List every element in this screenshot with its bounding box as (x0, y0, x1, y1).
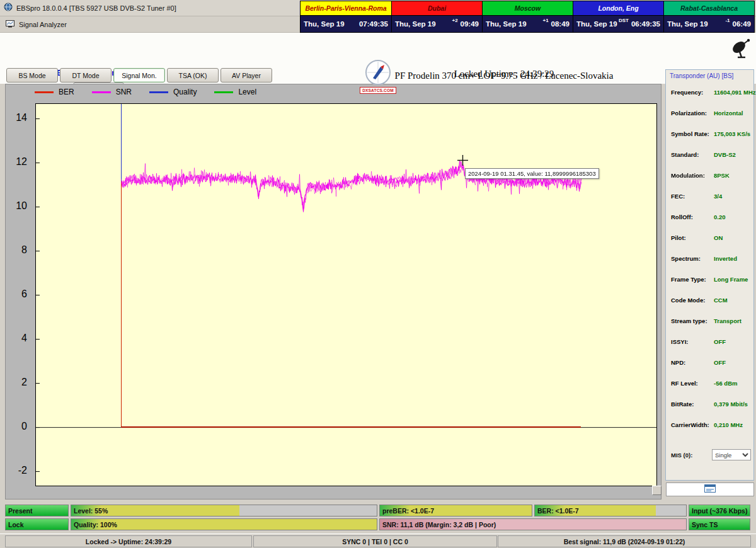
transponder-row-label: Frame Type: (671, 276, 706, 283)
dxsatcs-logo: DXSATCS.COM (359, 59, 397, 94)
tab-tsa-ok-[interactable]: TSA (OK) (167, 68, 219, 83)
clock-utc-offset: +1 (542, 18, 548, 23)
y-axis-label: 6 (7, 288, 27, 300)
clock-city-label: Moscow (483, 1, 573, 16)
statusbar: Locked -> Uptime: 24:39:29 SYNC 0 | TEI … (0, 534, 756, 548)
clock-column: Rabat-CasablancaThu, Sep 19-106:49 (663, 1, 754, 32)
transponder-row-value: Long Frame (714, 276, 748, 283)
transponder-row-value: 8PSK (714, 172, 730, 179)
transponder-row: Standard:DVB-S2 (671, 151, 751, 160)
transponder-row-label: Code Mode: (671, 297, 705, 304)
transponder-row: Modulation:8PSK (671, 172, 751, 181)
transponder-row-label: RollOff: (671, 214, 693, 220)
status-cell-input: Input (~376 Kbps) (689, 505, 750, 517)
transponder-row: RollOff:0.20 (671, 214, 751, 222)
transponder-row-value: CCM (714, 297, 728, 304)
transponder-row-value: Horizontal (714, 110, 743, 117)
transponder-row-label: Spectrum: (671, 255, 701, 262)
y-axis-label: 10 (7, 200, 27, 212)
transponder-row-value: Inverted (714, 255, 737, 262)
transponder-row: Polarization:Horizontal (671, 110, 751, 118)
transponder-row: BitRate:0,379 Mbit/s (671, 401, 751, 409)
transponder-row-label: BitRate: (671, 401, 694, 408)
tab-av-player[interactable]: AV Player (220, 68, 272, 83)
tab-bs-mode[interactable]: BS Mode (6, 68, 58, 83)
status-cell-sync: Sync TS (689, 518, 750, 530)
clock-time-value: 06:49:35 (631, 20, 660, 28)
status-cell-label: BER: <1.0E-7 (535, 507, 579, 515)
status-row-2: LockQuality: 100%SNR: 11,1 dB (Margin: 3… (5, 518, 751, 530)
legend-label: Level (238, 88, 256, 96)
transponder-row: NPD:OFF (671, 359, 751, 368)
legend-swatch-icon (214, 91, 233, 93)
menu-item-signal-analyzer[interactable]: Signal Analyzer (19, 21, 67, 28)
clock-utc-offset: +2 (452, 18, 457, 23)
legend-item-snr: SNR (92, 88, 132, 96)
statusbar-sync: SYNC 0 | TEI 0 | CC 0 (253, 535, 497, 547)
y-axis-label: 14 (7, 112, 27, 123)
clock-time-display: Thu, Sep 1907:49:35 (301, 16, 391, 32)
clock-utc-offset: -1 (725, 18, 730, 23)
statusbar-uptime: Locked -> Uptime: 24:39:29 (5, 535, 252, 547)
satellite-dish-icon (731, 38, 752, 61)
clock-time-display: Thu, Sep 19DST06:49:35 (573, 16, 663, 32)
transponder-row-label: Frequency: (671, 89, 703, 96)
transponder-row-label: Polarization: (671, 110, 707, 117)
mis-row: MIS (0): Single (671, 449, 751, 460)
signal-analyzer-icon (6, 20, 14, 29)
legend-swatch-icon (35, 91, 54, 93)
transponder-row: Frequency:11604,091 MHz (671, 89, 751, 98)
transponder-row-label: RF Level: (671, 380, 698, 387)
signal-plot-canvas[interactable] (36, 104, 656, 486)
mis-label: MIS (0): (671, 452, 692, 459)
clock-city-label: Berlin-Paris-Vienna-Roma (301, 1, 391, 16)
transponder-row: Frame Type:Long Frame (671, 276, 751, 285)
transponder-row-value: 0,379 Mbit/s (714, 401, 748, 408)
legend-item-level: Level (214, 88, 256, 96)
world-clocks: Berlin-Paris-Vienna-RomaThu, Sep 1907:49… (300, 1, 755, 33)
transponder-row: Spectrum:Inverted (671, 255, 751, 264)
transponder-row-value: OFF (714, 338, 726, 345)
transponder-row: FEC:3/4 (671, 193, 751, 202)
clock-time-value: 08:49 (551, 20, 570, 28)
clock-time-display: Thu, Sep 19-106:49 (664, 16, 754, 32)
window-title: EBSpro 18.0.0.4 [TBS 5927 USB DVB-S2 Tun… (16, 4, 176, 12)
transponder-row-value: -56 dBm (714, 380, 737, 387)
transponder-row-value: 3/4 (714, 193, 722, 200)
clock-column: Berlin-Paris-Vienna-RomaThu, Sep 1907:49… (301, 1, 391, 32)
transponder-panel-title: Transponder (AU) [BS] (670, 72, 733, 79)
legend-label: Quality (173, 88, 197, 96)
transponder-row-label: NPD: (671, 359, 685, 366)
app-globe-icon (4, 3, 13, 14)
status-cell-label: Sync TS (689, 521, 718, 528)
clock-date: Thu, Sep 19 (304, 20, 345, 28)
clock-date: Thu, Sep 19 (576, 20, 617, 28)
legend-swatch-icon (92, 91, 111, 93)
clock-time-display: Thu, Sep 19+209:49 (392, 16, 482, 32)
status-row-1: PresentLevel: 55%preBER: <1.0E-7BER: <1.… (5, 505, 751, 517)
tab-dt-mode[interactable]: DT Mode (60, 68, 112, 83)
mis-select[interactable]: Single (712, 449, 751, 460)
status-cell-preber: preBER: <1.0E-7 (379, 505, 532, 517)
transponder-row-value: DVB-S2 (714, 151, 736, 158)
tab-signal-mon-[interactable]: Signal Mon. (113, 68, 165, 83)
y-axis-label: 0 (7, 421, 27, 432)
status-cell-present: Present (5, 505, 69, 517)
panel-tool-button[interactable] (666, 482, 754, 496)
transponder-row-value: Transport (714, 317, 742, 324)
mode-tabs: BS ModeDT ModeSignal Mon.TSA (OK)AV Play… (6, 68, 272, 83)
transponder-row-value: OFF (714, 359, 726, 366)
transponder-row: Stream type:Transport (671, 317, 751, 326)
legend-label: BER (59, 88, 74, 96)
status-cell-quality: Quality: 100% (71, 518, 377, 530)
clock-time-value: 07:49:35 (359, 20, 388, 28)
status-cell-label: Input (~376 Kbps) (689, 507, 747, 515)
clock-column: MoscowThu, Sep 19+108:49 (482, 1, 573, 32)
plot-area: 2024-09-19 01.31.45, value: 11,899999618… (35, 103, 657, 486)
transponder-row-label: FEC: (671, 193, 685, 200)
chart-corner-button[interactable] (652, 486, 662, 495)
clock-column: London, EngThu, Sep 19DST06:49:35 (573, 1, 663, 32)
transponder-row-label: ISSYI: (671, 338, 688, 345)
status-cell-level: Level: 55% (71, 505, 377, 517)
clock-date: Thu, Sep 19 (667, 20, 708, 28)
